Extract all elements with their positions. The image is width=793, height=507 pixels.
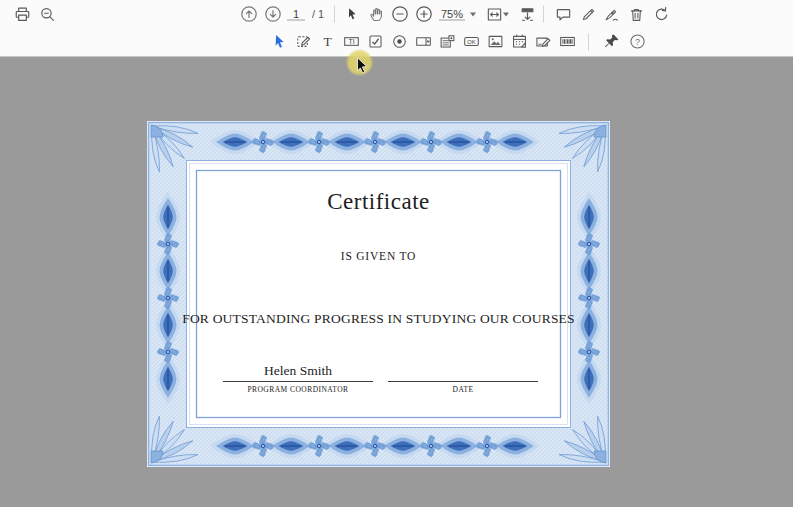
pin-toolbar-button[interactable] — [600, 31, 622, 53]
edit-fields-button[interactable] — [292, 31, 314, 53]
page-up-button[interactable] — [238, 3, 260, 25]
comment-icon — [555, 6, 572, 23]
add-text-button[interactable]: T — [316, 31, 338, 53]
radio-button-field-button[interactable] — [388, 31, 410, 53]
app-window: { "toolbar_main": { "page_current": "1",… — [0, 0, 793, 507]
print-icon — [14, 6, 31, 23]
certificate-title: Certificate — [147, 189, 610, 215]
toolbar-separator — [588, 33, 589, 50]
toolbar-separator — [543, 6, 544, 23]
push-button-field-icon: OK — [463, 33, 480, 50]
date-field-button[interactable] — [508, 31, 530, 53]
radio-button-field-icon — [391, 33, 408, 50]
page-down-icon — [264, 5, 282, 23]
checkbox-field-icon — [367, 33, 384, 50]
sign-button[interactable] — [600, 3, 622, 25]
main-toolbar-row: 1 / 1 75% — [0, 0, 793, 28]
signature-line — [223, 381, 373, 382]
rotate-icon — [653, 6, 670, 23]
sign-icon — [603, 6, 620, 23]
page-down-button[interactable] — [262, 3, 284, 25]
zoom-out-icon — [391, 5, 409, 23]
combo-box-field-button[interactable] — [412, 31, 434, 53]
page-count-label: / 1 — [312, 8, 324, 20]
form-toolbar-row: T TI — [0, 28, 793, 55]
pencil-icon — [580, 6, 597, 23]
date-label: DATE — [388, 385, 538, 394]
hand-tool-button[interactable] — [365, 3, 387, 25]
svg-text:?: ? — [634, 37, 639, 47]
zoom-in-icon — [415, 5, 433, 23]
scroll-mode-button[interactable] — [516, 3, 538, 25]
search-button[interactable] — [36, 3, 58, 25]
image-field-icon — [487, 33, 504, 50]
scroll-mode-icon — [519, 6, 536, 23]
zoom-level-select[interactable]: 75% — [439, 8, 465, 21]
date-value-empty — [388, 362, 538, 380]
document-canvas[interactable]: Certificate IS GIVEN TO FOR OUTSTANDING … — [0, 57, 793, 507]
signer-name: Helen Smith — [223, 362, 373, 380]
certificate-body-text: FOR OUTSTANDING PROGRESS IN STUDYING OUR… — [147, 311, 610, 327]
certificate-page[interactable]: Certificate IS GIVEN TO FOR OUTSTANDING … — [147, 121, 610, 467]
pencil-button[interactable] — [577, 3, 599, 25]
signature-block-date: DATE — [388, 362, 538, 394]
comment-button[interactable] — [552, 3, 574, 25]
list-box-field-button[interactable] — [436, 31, 458, 53]
svg-text:OK: OK — [467, 39, 476, 45]
fit-page-button[interactable] — [483, 3, 505, 25]
add-text-icon: T — [319, 33, 336, 50]
date-line — [388, 381, 538, 382]
signature-field-icon — [535, 33, 552, 50]
barcode-field-icon — [559, 33, 576, 50]
barcode-field-button[interactable] — [556, 31, 578, 53]
zoom-out-button[interactable] — [389, 3, 411, 25]
list-box-field-icon — [439, 33, 456, 50]
signature-field-button[interactable] — [532, 31, 554, 53]
signer-role-label: PROGRAM COORDINATOR — [223, 385, 373, 394]
trash-icon — [628, 6, 645, 23]
certificate-border-ornament — [147, 121, 610, 467]
checkbox-field-button[interactable] — [364, 31, 386, 53]
toolbar-separator — [334, 6, 335, 23]
svg-text:TI: TI — [348, 38, 354, 45]
pin-icon — [603, 33, 620, 50]
text-field-icon: TI — [343, 33, 360, 50]
svg-text:T: T — [323, 34, 331, 49]
date-field-icon — [511, 33, 528, 50]
fit-page-caret-icon[interactable] — [503, 12, 509, 16]
print-button[interactable] — [11, 3, 33, 25]
page-number-input[interactable]: 1 — [287, 8, 305, 21]
certificate-given-to-label: IS GIVEN TO — [147, 250, 610, 262]
help-icon: ? — [629, 33, 646, 50]
image-field-button[interactable] — [484, 31, 506, 53]
zoom-caret-icon[interactable] — [470, 12, 476, 16]
page-up-icon — [240, 5, 258, 23]
toolbar: 1 / 1 75% — [0, 0, 793, 57]
help-button[interactable]: ? — [626, 31, 648, 53]
mouse-cursor-icon — [356, 57, 370, 73]
hand-tool-icon — [368, 6, 385, 23]
zoom-in-button[interactable] — [413, 3, 435, 25]
fit-page-icon — [486, 6, 503, 23]
edit-fields-icon — [295, 33, 312, 50]
select-tool-button[interactable] — [341, 3, 363, 25]
trash-button[interactable] — [625, 3, 647, 25]
select-tool-icon — [271, 33, 288, 50]
combo-box-field-icon — [415, 33, 432, 50]
select-tool-icon — [344, 6, 360, 22]
search-icon — [39, 6, 56, 23]
signature-block-coordinator: Helen Smith PROGRAM COORDINATOR — [223, 362, 373, 394]
form-select-tool-button[interactable] — [268, 31, 290, 53]
rotate-button[interactable] — [650, 3, 672, 25]
push-button-field-button[interactable]: OK — [460, 31, 482, 53]
